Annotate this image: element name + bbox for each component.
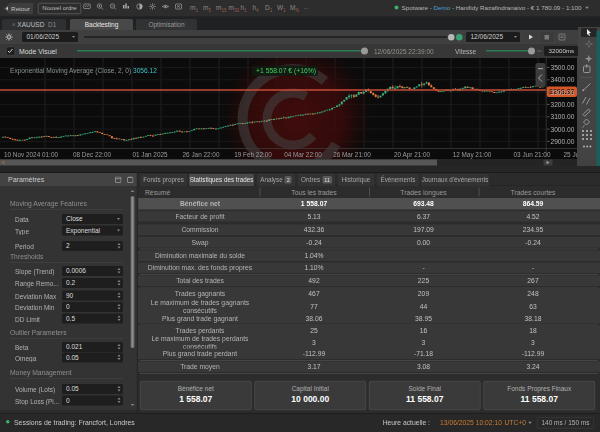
svg-text:26 Mar 21:00: 26 Mar 21:00 — [333, 151, 371, 158]
svg-text:3500.00: 3500.00 — [551, 64, 575, 71]
svg-text:3300.00: 3300.00 — [551, 89, 575, 96]
svg-text:19 Feb 22:00: 19 Feb 22:00 — [234, 151, 272, 158]
svg-text:Exponential Moving Average (Cl: Exponential Moving Average (Close, 2, 0)… — [10, 67, 157, 75]
svg-text:01 Jan 2025: 01 Jan 2025 — [132, 151, 168, 158]
svg-text:3000.00: 3000.00 — [551, 126, 575, 133]
svg-text:26 Jan 22:00: 26 Jan 22:00 — [183, 151, 220, 158]
svg-text:12 May 21:00: 12 May 21:00 — [453, 151, 492, 159]
svg-text:10 Nov 2024 01:00: 10 Nov 2024 01:00 — [4, 151, 58, 158]
svg-text:3200.00: 3200.00 — [551, 101, 575, 108]
svg-text:3100.00: 3100.00 — [551, 113, 575, 120]
svg-text:+1 558.07 € (+16%): +1 558.07 € (+16%) — [256, 67, 316, 75]
svg-text:3400.00: 3400.00 — [551, 76, 575, 83]
svg-text:03 Jun 21:00: 03 Jun 21:00 — [514, 151, 551, 158]
svg-text:08 Dec 22:00: 08 Dec 22:00 — [73, 151, 111, 158]
svg-text:04 Mar 22:00: 04 Mar 22:00 — [284, 151, 322, 158]
svg-text:2900.00: 2900.00 — [551, 138, 575, 145]
svg-text:20 Apr 21:00: 20 Apr 21:00 — [394, 151, 431, 159]
